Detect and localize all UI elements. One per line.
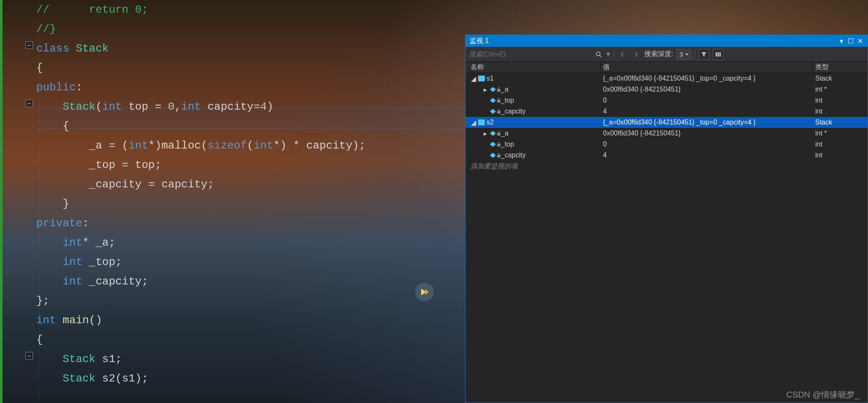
code-line[interactable]: //}: [36, 19, 465, 39]
code-line[interactable]: {: [36, 58, 465, 78]
watch-row[interactable]: _top0int: [465, 95, 868, 106]
lock-icon: [497, 87, 501, 92]
col-header-value[interactable]: 值: [600, 62, 813, 73]
field-icon: [490, 142, 496, 147]
code-body[interactable]: // return 0;//}class Stack{public: Stack…: [36, 0, 465, 388]
watch-value: 0x00f6d340 {-842150451}: [600, 130, 813, 137]
watch-row[interactable]: ▸ _a0x00f6d340 {-842150451}int *: [465, 128, 868, 139]
watch-type: int: [813, 141, 868, 148]
lock-icon: [497, 142, 501, 146]
nav-forward-button[interactable]: [631, 49, 641, 60]
watch-name: s2: [487, 119, 494, 126]
watch-title-text: 监视 1: [470, 37, 489, 46]
expander-icon[interactable]: ▸: [482, 86, 488, 94]
watch-row[interactable]: _top0int: [465, 139, 868, 150]
code-line[interactable]: {: [36, 116, 465, 136]
code-line[interactable]: int _capcity;: [36, 272, 465, 291]
svg-rect-4: [719, 52, 721, 57]
watch-name: _capcity: [501, 108, 526, 115]
code-line[interactable]: }: [36, 194, 465, 214]
watch-name: _top: [501, 97, 514, 104]
svg-point-0: [596, 52, 600, 56]
lock-icon: [497, 153, 501, 157]
code-line[interactable]: int _top;: [36, 252, 465, 272]
code-line[interactable]: int* _a;: [36, 233, 465, 252]
watch-row[interactable]: _capcity4int: [465, 150, 868, 161]
expander-icon[interactable]: ▸: [482, 130, 488, 138]
code-line[interactable]: Stack s2(s1);: [36, 369, 465, 388]
code-line[interactable]: int main(): [36, 311, 465, 330]
fold-toggle[interactable]: −: [25, 100, 33, 107]
watch-name: _a: [501, 86, 508, 93]
watch-titlebar[interactable]: 监视 1 ▾ ☐ ✕: [465, 35, 868, 47]
code-line[interactable]: Stack(int top = 0,int capcity=4): [36, 97, 465, 116]
code-line[interactable]: class Stack: [36, 39, 465, 58]
watch-type: Stack: [813, 75, 868, 82]
watch-row[interactable]: ◢ s1{_a=0x00f6d340 {-842150451} _top=0 _…: [465, 73, 868, 84]
depth-select[interactable]: 3: [676, 49, 691, 60]
code-line[interactable]: };: [36, 291, 465, 311]
watch-type: int *: [813, 130, 868, 137]
watermark: CSDN @情缘晓梦_: [786, 389, 860, 400]
watch-type: int *: [813, 86, 868, 93]
lock-icon: [497, 131, 501, 135]
watch-name: _a: [501, 130, 508, 137]
code-line[interactable]: {: [36, 330, 465, 349]
lock-icon: [497, 98, 501, 103]
step-arrow-icon: [415, 283, 434, 301]
watch-value: 0: [600, 141, 813, 148]
watch-value: 4: [600, 151, 813, 159]
code-editor[interactable]: // return 0;//}class Stack{public: Stack…: [0, 0, 465, 403]
fold-toggle[interactable]: −: [25, 41, 33, 49]
object-icon: [478, 76, 485, 81]
svg-rect-2: [716, 52, 717, 57]
watch-name: _top: [501, 141, 514, 148]
watch-name: _capcity: [501, 151, 526, 159]
field-icon: [490, 87, 496, 92]
watch-header-row: 名称 值 类型: [465, 62, 868, 73]
watch-value: 4: [600, 108, 813, 115]
code-line[interactable]: _capcity = capcity;: [36, 175, 465, 194]
columns-button[interactable]: [713, 49, 724, 60]
code-line[interactable]: public:: [36, 78, 465, 97]
field-icon: [490, 153, 496, 158]
watch-value: 0: [600, 97, 813, 104]
maximize-icon[interactable]: ☐: [847, 37, 854, 45]
field-icon: [490, 131, 496, 136]
col-header-type[interactable]: 类型: [813, 62, 868, 73]
expander-icon[interactable]: ◢: [471, 75, 476, 83]
col-header-name[interactable]: 名称: [465, 62, 600, 73]
watch-row[interactable]: ◢ s2{_a=0x00f6d340 {-842150451} _top=0 _…: [465, 117, 868, 128]
watch-value: 0x00f6d340 {-842150451}: [600, 86, 813, 93]
fold-toggle[interactable]: −: [25, 352, 33, 360]
close-icon[interactable]: ✕: [857, 37, 863, 45]
watch-row[interactable]: ▸ _a0x00f6d340 {-842150451}int *: [465, 84, 868, 95]
field-icon: [490, 98, 496, 103]
filter-button[interactable]: [698, 49, 709, 60]
watch-toolbar: ▾ 搜索深度: 3: [465, 47, 868, 62]
watch-name: s1: [487, 75, 494, 82]
field-icon: [490, 109, 496, 114]
watch-body: ◢ s1{_a=0x00f6d340 {-842150451} _top=0 _…: [465, 73, 868, 161]
svg-rect-3: [717, 52, 719, 57]
code-line[interactable]: private:: [36, 214, 465, 233]
search-input[interactable]: [469, 49, 591, 60]
watch-type: int: [813, 151, 868, 159]
watch-type: int: [813, 97, 868, 104]
watch-value: {_a=0x00f6d340 {-842150451} _top=0 _capc…: [600, 119, 813, 126]
search-icon[interactable]: [595, 50, 603, 59]
object-icon: [478, 119, 485, 125]
code-line[interactable]: // return 0;: [36, 0, 465, 19]
dropdown-icon[interactable]: ▾: [838, 37, 845, 45]
expander-icon[interactable]: ◢: [471, 119, 476, 127]
code-line[interactable]: Stack s1;: [36, 349, 465, 369]
watch-value: {_a=0x00f6d340 {-842150451} _top=0 _capc…: [600, 75, 813, 82]
code-line[interactable]: _top = top;: [36, 155, 465, 175]
gutter: [3, 0, 36, 403]
add-watch-row[interactable]: 添加要监视的项: [465, 161, 868, 172]
watch-row[interactable]: _capcity4int: [465, 106, 868, 117]
nav-back-button[interactable]: [617, 49, 627, 60]
svg-line-1: [600, 55, 601, 57]
watch-panel: 监视 1 ▾ ☐ ✕ ▾ 搜索深度: 3: [465, 35, 868, 403]
code-line[interactable]: _a = (int*)malloc(sizeof(int*) * capcity…: [36, 136, 465, 155]
